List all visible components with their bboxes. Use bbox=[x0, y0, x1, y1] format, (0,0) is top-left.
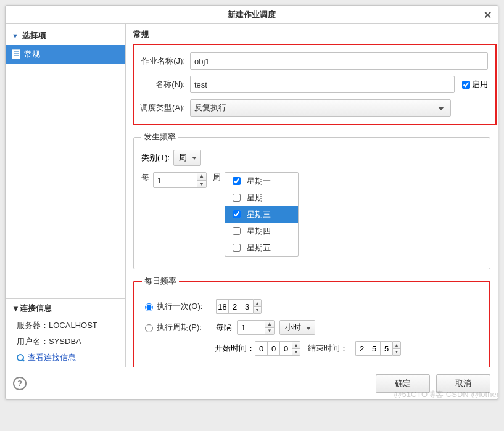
label-category: 类别(T): bbox=[141, 152, 170, 163]
conn-user-row: 用户名：SYSDBA bbox=[6, 334, 125, 350]
weekday-label: 星期二 bbox=[247, 192, 271, 203]
sched-type-select[interactable]: 反复执行 bbox=[190, 99, 451, 117]
category-value: 周 bbox=[179, 152, 187, 163]
spinner-up-icon[interactable]: ▲ bbox=[254, 300, 261, 307]
row-sched-type: 调度类型(A): 反复执行 bbox=[137, 99, 488, 117]
spinner-down-icon[interactable]: ▼ bbox=[197, 181, 206, 188]
legend-frequency: 发生频率 bbox=[141, 131, 178, 142]
spinner-down-icon[interactable]: ▼ bbox=[292, 349, 300, 356]
fieldset-daily-frequency: 每日频率 执行一次(O): ▲ ▼ bbox=[133, 276, 490, 367]
end-time-group[interactable]: ▲ ▼ bbox=[355, 341, 401, 356]
spinner-up-icon[interactable]: ▲ bbox=[292, 342, 300, 349]
dialog-footer: ? 确定 取消 bbox=[6, 367, 498, 399]
cancel-button[interactable]: 取消 bbox=[436, 374, 490, 393]
spinner-up-icon[interactable]: ▲ bbox=[265, 321, 274, 328]
label-sched-type: 调度类型(A): bbox=[137, 102, 190, 113]
once-hour-input[interactable] bbox=[216, 299, 228, 314]
spinner-down-icon[interactable]: ▼ bbox=[254, 307, 261, 314]
weekday-checkbox[interactable] bbox=[233, 227, 241, 235]
spinner-buttons: ▲ ▼ bbox=[197, 173, 206, 187]
weekday-label: 星期五 bbox=[247, 242, 271, 253]
end-hour-input[interactable] bbox=[355, 341, 368, 356]
spinner-down-icon[interactable]: ▼ bbox=[393, 349, 400, 356]
highlight-box-general: 作业名称(J): 名称(N): 启用 调度类型(A): bbox=[133, 44, 497, 125]
weekday-checkbox[interactable] bbox=[233, 244, 241, 252]
exec-once-radio[interactable] bbox=[145, 303, 153, 311]
conn-user-label: 用户名： bbox=[17, 337, 49, 346]
sidebar: ▼ 选择项 常规 ▼ 连接信息 服务器：LOCALHOST 用户名：SYSDBA… bbox=[6, 24, 126, 367]
weekday-item[interactable]: 星期四 bbox=[225, 223, 298, 239]
every-input[interactable] bbox=[154, 173, 197, 187]
once-sec-input[interactable] bbox=[241, 299, 253, 314]
once-time-group[interactable]: ▲ ▼ bbox=[216, 299, 262, 314]
end-min-input[interactable] bbox=[368, 341, 380, 356]
start-hour-input[interactable] bbox=[255, 341, 267, 356]
interval-spinner[interactable]: ▲ ▼ bbox=[237, 320, 275, 335]
weekday-checkbox[interactable] bbox=[233, 194, 241, 202]
enable-checkbox-wrapper[interactable]: 启用 bbox=[460, 79, 488, 91]
help-icon[interactable]: ? bbox=[13, 377, 27, 390]
sidebar-item-general[interactable]: 常规 bbox=[6, 45, 125, 64]
end-sec-input[interactable] bbox=[380, 341, 392, 356]
label-end-time: 结束时间： bbox=[308, 343, 348, 354]
spinner-up-icon[interactable]: ▲ bbox=[197, 173, 206, 181]
sidebar-header-connection[interactable]: ▼ 连接信息 bbox=[6, 298, 125, 318]
interval-unit-select[interactable]: 小时 bbox=[279, 320, 315, 335]
row-exec-once: 执行一次(O): ▲ ▼ bbox=[142, 299, 482, 314]
label-week-unit: 周 bbox=[213, 172, 221, 183]
time-spinner-buttons: ▲ ▼ bbox=[392, 341, 401, 356]
start-sec-input[interactable] bbox=[279, 341, 292, 356]
dialog-title: 新建作业调度 bbox=[228, 9, 276, 20]
enable-label: 启用 bbox=[472, 79, 488, 90]
ok-button[interactable]: 确定 bbox=[376, 374, 430, 393]
row-job-name: 作业名称(J): bbox=[137, 52, 488, 70]
spinner-down-icon[interactable]: ▼ bbox=[265, 328, 274, 335]
sched-type-value: 反复执行 bbox=[194, 102, 226, 113]
new-job-schedule-dialog: 新建作业调度 ✕ ▼ 选择项 常规 ▼ 连接信息 服务器：LOCALHOST 用… bbox=[5, 5, 498, 400]
name-input[interactable] bbox=[190, 76, 455, 93]
label-every: 每 bbox=[141, 172, 149, 183]
search-icon bbox=[17, 354, 25, 363]
weekday-checkbox[interactable] bbox=[233, 210, 241, 218]
interval-input[interactable] bbox=[238, 321, 265, 334]
chevron-down-icon bbox=[192, 157, 197, 160]
conn-user-value: SYSDBA bbox=[49, 337, 81, 346]
sidebar-header-options[interactable]: ▼ 选择项 bbox=[6, 28, 125, 45]
once-min-input[interactable] bbox=[228, 299, 241, 314]
label-name: 名称(N): bbox=[137, 79, 190, 90]
label-start-time: 开始时间： bbox=[215, 343, 255, 354]
row-exec-period: 执行周期(P): 每隔 ▲ ▼ 小时 bbox=[142, 320, 482, 335]
fieldset-frequency: 发生频率 类别(T): 周 每 ▲ bbox=[133, 131, 490, 269]
weekday-item[interactable]: 星期三 bbox=[225, 206, 298, 223]
start-min-input[interactable] bbox=[267, 341, 279, 356]
spinner-up-icon[interactable]: ▲ bbox=[393, 342, 400, 349]
label-job-name: 作业名称(J): bbox=[137, 55, 190, 67]
chevron-down-icon bbox=[306, 327, 311, 330]
label-exec-period: 执行周期(P): bbox=[157, 322, 216, 333]
sidebar-header-label: 选择项 bbox=[22, 30, 46, 41]
enable-checkbox[interactable] bbox=[462, 81, 470, 89]
label-interval-every: 每隔 bbox=[216, 322, 232, 333]
start-time-group[interactable]: ▲ ▼ bbox=[255, 341, 300, 356]
spinner-buttons: ▲ ▼ bbox=[265, 321, 274, 334]
weekday-label: 星期四 bbox=[247, 226, 271, 237]
every-spinner[interactable]: ▲ ▼ bbox=[153, 172, 207, 188]
weekday-checkbox[interactable] bbox=[233, 177, 241, 185]
row-every-weekday: 每 ▲ ▼ 周 星期一星期二星期三星期四星期五 bbox=[141, 172, 482, 257]
weekday-item[interactable]: 星期一 bbox=[225, 173, 298, 189]
dialog-titlebar: 新建作业调度 ✕ bbox=[6, 6, 498, 24]
weekday-list[interactable]: 星期一星期二星期三星期四星期五 bbox=[225, 172, 299, 257]
exec-period-radio[interactable] bbox=[145, 324, 153, 332]
row-name: 名称(N): 启用 bbox=[137, 76, 488, 93]
close-icon[interactable]: ✕ bbox=[484, 9, 492, 21]
chevron-down-icon: ▼ bbox=[12, 32, 19, 39]
category-select[interactable]: 周 bbox=[173, 150, 201, 166]
conn-server-label: 服务器： bbox=[17, 321, 49, 330]
chevron-down-icon: ▼ bbox=[12, 304, 20, 313]
chevron-down-icon bbox=[438, 107, 444, 110]
weekday-item[interactable]: 星期二 bbox=[225, 189, 298, 206]
job-name-input[interactable] bbox=[190, 52, 488, 70]
weekday-item[interactable]: 星期五 bbox=[225, 239, 298, 256]
sidebar-item-label: 常规 bbox=[24, 49, 40, 60]
view-connection-link[interactable]: 查看连接信息 bbox=[28, 353, 76, 362]
